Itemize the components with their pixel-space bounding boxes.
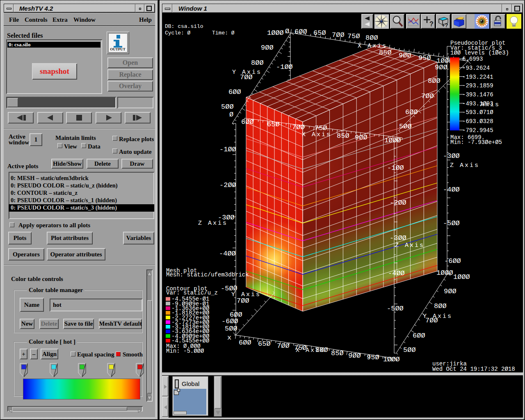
svg-text:9ØØ: 9ØØ	[348, 352, 361, 360]
svg-text:85Ø: 85Ø	[337, 132, 349, 140]
svg-text:Z Axis: Z Axis	[395, 242, 425, 249]
svg-text:9ØØ: 9ØØ	[435, 64, 447, 71]
svg-text:5ØØ: 5ØØ	[225, 325, 237, 333]
svg-text:8ØØ: 8ØØ	[428, 77, 441, 85]
svg-text:5ØØ: 5ØØ	[403, 346, 416, 354]
svg-text:X Axis: X Axis	[302, 131, 331, 138]
svg-text:1ØØØ: 1ØØØ	[383, 356, 400, 363]
svg-text:1ØØØ: 1ØØØ	[267, 29, 284, 37]
svg-text:-1ØØ: -1ØØ	[387, 164, 404, 172]
svg-text:85Ø: 85Ø	[379, 49, 392, 57]
svg-text:95Ø: 95Ø	[367, 354, 379, 361]
svg-text:OUTPUT: OUTPUT	[110, 47, 126, 51]
svg-text:?: ?	[429, 21, 434, 27]
svg-text:-1ØØ: -1ØØ	[219, 146, 236, 153]
svg-text:-4ØØ: -4ØØ	[388, 269, 405, 277]
svg-text:65Ø: 65Ø	[258, 340, 271, 348]
svg-text:1ØØØ: 1ØØØ	[453, 273, 470, 281]
svg-text:X Axis: X Axis	[296, 347, 325, 354]
svg-text:-593.Ø71Ø: -593.Ø71Ø	[462, 109, 493, 116]
svg-text:-5ØØ: -5ØØ	[387, 305, 404, 313]
svg-text:7ØØ: 7ØØ	[292, 123, 305, 131]
svg-text:Wed Oct 24 19:17:32 2Ø18: Wed Oct 24 19:17:32 2Ø18	[432, 366, 515, 372]
svg-text:-4ØØ: -4ØØ	[443, 186, 460, 194]
svg-text:-792.9945: -792.9945	[462, 127, 493, 134]
svg-text:8ØØ: 8ØØ	[365, 34, 378, 42]
svg-text:7ØØ: 7ØØ	[421, 92, 434, 100]
svg-text:6ØØ: 6ØØ	[294, 28, 307, 36]
svg-text:-2ØØ: -2ØØ	[390, 199, 406, 207]
svg-text:9ØØ: 9ØØ	[261, 44, 274, 52]
svg-text:Z Axis: Z Axis	[450, 162, 479, 169]
svg-text:85Ø: 85Ø	[331, 349, 344, 357]
svg-text:6ØØ: 6ØØ	[413, 332, 425, 340]
svg-text:7ØØ: 7ØØ	[237, 297, 249, 305]
svg-text:6ØØ: 6ØØ	[405, 108, 418, 116]
svg-text:-93.2624: -93.2624	[462, 65, 490, 71]
svg-text:1ØØØ: 1ØØØ	[436, 269, 453, 277]
svg-text:5ØØ: 5ØØ	[221, 103, 234, 111]
svg-text:6.6993: 6.6993	[462, 56, 483, 62]
svg-text:-5ØØ: -5ØØ	[443, 219, 460, 227]
svg-text:6ØØ: 6ØØ	[239, 339, 251, 347]
svg-text:-4ØØ: -4ØØ	[219, 250, 236, 258]
svg-text:7ØØ: 7ØØ	[332, 31, 345, 39]
svg-text:8ØØ: 8ØØ	[251, 59, 264, 67]
svg-text:-193.2241: -193.2241	[462, 74, 493, 80]
svg-text:Min: -7.93Øe+Ø5: Min: -7.93Øe+Ø5	[450, 139, 502, 146]
svg-text:Mesh: static/ufem3dbrick: Mesh: static/ufem3dbrick	[166, 272, 249, 278]
svg-text:Z Axis: Z Axis	[198, 220, 228, 227]
svg-text:-293.1859: -293.1859	[462, 82, 493, 89]
svg-text:-6ØØ: -6ØØ	[444, 257, 461, 265]
svg-text:9ØØ: 9ØØ	[355, 134, 368, 142]
svg-text:-6ØØ: -6ØØ	[221, 317, 238, 325]
svg-text:Var: static/u_z: Var: static/u_z	[166, 290, 218, 296]
svg-text:95Ø: 95Ø	[418, 54, 431, 62]
svg-text:Min: -5.ØØØ: Min: -5.ØØØ	[166, 348, 204, 354]
svg-text:Time: Ø: Time: Ø	[212, 30, 235, 36]
svg-text:9ØØ: 9ØØ	[399, 52, 411, 59]
svg-text:-393.1476: -393.1476	[462, 91, 493, 98]
svg-text:-493.1Ø93: -493.1Ø93	[462, 100, 493, 107]
svg-text:-2ØØ: -2ØØ	[219, 181, 236, 189]
svg-text:Cycle: Ø: Cycle: Ø	[165, 30, 191, 36]
svg-text:Ø: Ø	[229, 111, 233, 119]
svg-text:7ØØ: 7ØØ	[240, 73, 253, 81]
svg-text:6ØØ: 6ØØ	[228, 88, 241, 96]
svg-text:-1ØØ: -1ØØ	[276, 63, 293, 71]
svg-text:5ØØ: 5ØØ	[399, 123, 412, 130]
svg-text:65Ø: 65Ø	[267, 121, 280, 128]
svg-text:-3ØØ: -3ØØ	[390, 234, 406, 242]
svg-text:65Ø: 65Ø	[313, 29, 326, 37]
svg-text:Ø: Ø	[285, 27, 289, 35]
svg-text:75Ø: 75Ø	[347, 32, 360, 40]
svg-text:6ØØ: 6ØØ	[241, 118, 254, 126]
svg-text:7ØØ: 7ØØ	[425, 317, 438, 324]
svg-text:7ØØ: 7ØØ	[277, 342, 290, 350]
svg-text:8ØØ: 8ØØ	[434, 302, 447, 310]
svg-text:1ØØØ: 1ØØØ	[384, 137, 401, 144]
svg-text:+?: +?	[442, 22, 448, 28]
svg-text:9ØØ: 9ØØ	[444, 288, 457, 295]
svg-text:-3ØØ: -3ØØ	[443, 152, 460, 160]
svg-text:DB: csa.silo: DB: csa.silo	[165, 23, 203, 30]
svg-text:-693.Ø328: -693.Ø328	[462, 118, 493, 125]
svg-text:x: x	[227, 334, 231, 342]
svg-text:1ØØ levels (1Øe3): 1ØØ levels (1Øe3)	[450, 50, 509, 56]
